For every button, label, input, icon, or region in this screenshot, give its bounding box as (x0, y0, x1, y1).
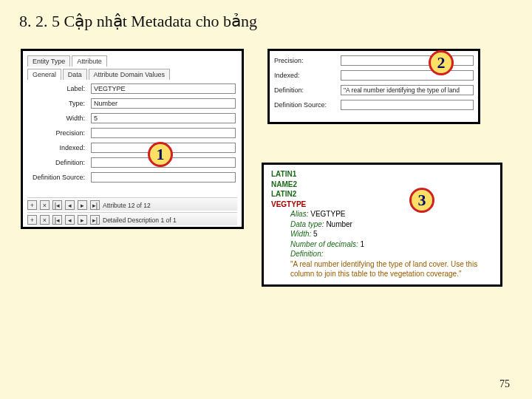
preview-alias-key: Alias: (290, 210, 308, 218)
preview-datatype-val: Number (326, 220, 352, 228)
label-indexed: Indexed: (29, 144, 91, 151)
page-number: 75 (499, 378, 510, 390)
attr-name2: NAME2 (271, 180, 493, 190)
btn-last-description[interactable]: ▸| (90, 215, 100, 225)
preview-alias-val: VEGTYPE (310, 210, 345, 218)
tabs-entity-attribute: Entity Type Attribute (27, 55, 106, 66)
label-definition: Definition: (29, 159, 91, 166)
p2-input-precision[interactable] (341, 55, 474, 66)
tab-attribute[interactable]: Attribute (72, 55, 107, 66)
attr-vegtype: VEGTYPE (271, 200, 493, 210)
btn-next-attribute[interactable]: ▸ (78, 200, 87, 210)
label-type: Type: (29, 100, 91, 107)
p2-input-indexed[interactable] (341, 70, 474, 81)
callout-badge-3: 3 (409, 188, 434, 213)
input-type[interactable] (91, 98, 236, 109)
tabs-general-data-domain: General Data Attribute Domain Values (27, 69, 169, 80)
panel-metadata-editor: Entity Type Attribute General Data Attri… (21, 49, 244, 229)
nav-descriptions: + × |◂ ◂ ▸ ▸| Detailed Description 1 of … (27, 212, 237, 225)
panel-attribute-preview: LATIN1 NAME2 LATIN2 VEGTYPE Alias: VEGTY… (262, 163, 502, 287)
input-label[interactable] (91, 83, 236, 94)
tab-general[interactable]: General (27, 69, 61, 80)
preview-width-key: Width: (290, 230, 311, 238)
p2-label-indexed: Indexed: (274, 72, 341, 79)
slide-title: 8. 2. 5 Cập nhật Metadata cho bảng (19, 12, 257, 31)
btn-delete-description[interactable]: × (40, 215, 50, 225)
preview-definition-key: Definition: (290, 250, 323, 258)
btn-next-description[interactable]: ▸ (78, 215, 87, 225)
input-precision[interactable] (91, 128, 236, 138)
attr-latin1: LATIN1 (271, 169, 493, 180)
p2-label-definition: Definition: (274, 86, 341, 94)
input-width[interactable] (91, 113, 236, 123)
tab-entity-type[interactable]: Entity Type (27, 55, 70, 66)
btn-prev-description[interactable]: ◂ (65, 215, 75, 225)
attr-latin2: LATIN2 (271, 189, 493, 200)
btn-first-description[interactable]: |◂ (52, 215, 62, 225)
label-definition-source: Definition Source: (29, 174, 91, 181)
p2-input-definition[interactable] (341, 85, 474, 95)
preview-decimals-val: 1 (360, 240, 364, 248)
preview-decimals-key: Number of decimals: (290, 240, 358, 248)
btn-add-attribute[interactable]: + (27, 200, 37, 210)
btn-add-description[interactable]: + (27, 215, 37, 225)
preview-datatype-key: Data type: (290, 220, 324, 228)
callout-badge-2: 2 (429, 50, 454, 75)
p2-label-definition-source: Definition Source: (274, 101, 341, 109)
p2-label-precision: Precision: (274, 57, 341, 64)
btn-prev-attribute[interactable]: ◂ (65, 200, 75, 210)
nav-attributes-text: Attribute 12 of 12 (103, 202, 151, 209)
nav-descriptions-text: Detailed Description 1 of 1 (103, 216, 177, 224)
btn-first-attribute[interactable]: |◂ (52, 200, 62, 210)
label-width: Width: (29, 115, 91, 122)
callout-badge-1: 1 (148, 142, 173, 167)
tab-data[interactable]: Data (63, 69, 87, 80)
tab-domain-values[interactable]: Attribute Domain Values (89, 69, 170, 80)
label-precision: Precision: (29, 129, 91, 137)
preview-width-val: 5 (313, 230, 318, 238)
input-definition-source[interactable] (91, 172, 236, 183)
attribute-form: Label: Type: Width: Precision: Indexed: … (29, 83, 236, 187)
label-label: Label: (29, 85, 91, 92)
btn-delete-attribute[interactable]: × (40, 200, 50, 210)
p2-input-definition-source[interactable] (341, 100, 474, 110)
btn-last-attribute[interactable]: ▸| (90, 200, 100, 210)
nav-attributes: + × |◂ ◂ ▸ ▸| Attribute 12 of 12 (27, 197, 237, 211)
preview-definition-val: "A real number identifying the type of l… (271, 259, 493, 279)
